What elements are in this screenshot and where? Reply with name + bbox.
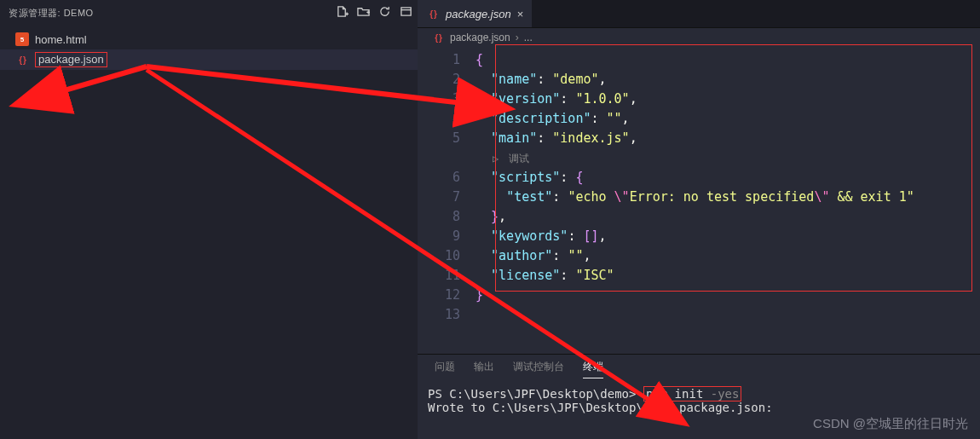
file-package-json[interactable]: { }package.json	[0, 49, 418, 70]
new-folder-icon[interactable]	[357, 5, 370, 20]
breadcrumb-tail: ...	[524, 32, 533, 43]
file-explorer: 资源管理器: DEMO 5home.html{ }package.json	[0, 0, 418, 439]
panel-tab-1[interactable]: 输出	[474, 360, 494, 378]
explorer-header: 资源管理器: DEMO	[0, 0, 418, 26]
json-icon: { }	[426, 7, 440, 20]
explorer-project-name: DEMO	[64, 8, 94, 18]
file-home-html[interactable]: 5home.html	[0, 29, 418, 49]
explorer-title-prefix: 资源管理器:	[9, 8, 61, 18]
panel-tab-2[interactable]: 调试控制台	[513, 360, 564, 378]
code-editor[interactable]: 12345678910111213 { "name": "demo", "ver…	[418, 47, 980, 354]
breadcrumb[interactable]: { } package.json › ...	[418, 28, 980, 47]
file-label: home.html	[35, 33, 87, 46]
breadcrumb-file: package.json	[450, 32, 510, 43]
editor-pane: { } package.json × { } package.json › ..…	[418, 0, 980, 439]
file-tree: 5home.html{ }package.json	[0, 26, 418, 70]
html-icon: 5	[15, 32, 29, 46]
chevron-right-icon: ›	[516, 32, 519, 43]
json-icon: { }	[15, 53, 29, 66]
json-icon: { }	[431, 31, 445, 44]
close-icon[interactable]: ×	[517, 8, 524, 20]
panel-tab-0[interactable]: 问题	[435, 360, 455, 378]
tab-package-json[interactable]: { } package.json ×	[418, 0, 532, 27]
new-file-icon[interactable]	[336, 5, 349, 20]
tab-label: package.json	[446, 8, 511, 20]
collapse-icon[interactable]	[400, 5, 412, 20]
terminal[interactable]: PS C:\Users\JPF\Desktop\demo> npm init -…	[418, 384, 980, 439]
editor-tabs: { } package.json ×	[418, 0, 980, 28]
file-label: package.json	[35, 52, 107, 67]
refresh-icon[interactable]	[378, 5, 391, 20]
panel-tabs: 问题输出调试控制台终端	[418, 355, 980, 384]
panel-tab-3[interactable]: 终端	[583, 360, 603, 378]
bottom-panel: 问题输出调试控制台终端 PS C:\Users\JPF\Desktop\demo…	[418, 354, 980, 439]
